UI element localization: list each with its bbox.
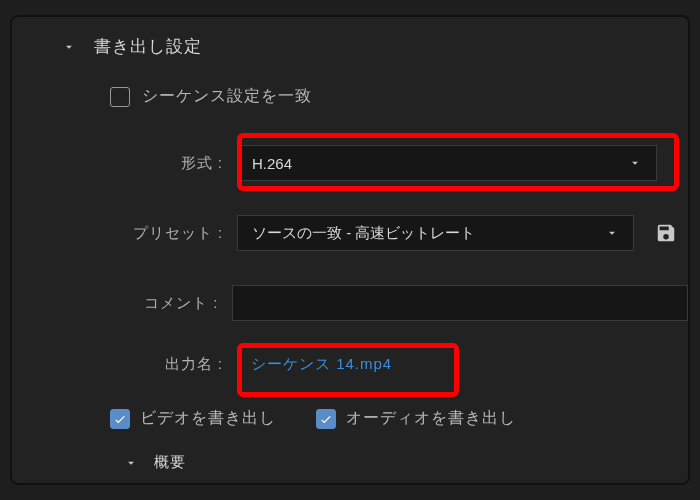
match-sequence-row: シーケンス設定を一致 bbox=[12, 86, 688, 107]
chevron-down-icon bbox=[124, 456, 138, 470]
preset-value: ソースの一致 - 高速ビットレート bbox=[252, 224, 475, 243]
format-dropdown[interactable]: H.264 bbox=[237, 145, 657, 181]
comment-row: コメント : bbox=[12, 285, 688, 321]
summary-header[interactable]: 概要 bbox=[12, 453, 688, 472]
export-audio-checkbox[interactable] bbox=[316, 409, 336, 429]
preset-label: プリセット : bbox=[12, 224, 237, 243]
comment-label: コメント : bbox=[12, 294, 232, 313]
format-label: 形式 : bbox=[12, 154, 237, 173]
preset-row: プリセット : ソースの一致 - 高速ビットレート bbox=[12, 215, 688, 251]
output-name-row: 出力名 : シーケンス 14.mp4 bbox=[12, 355, 688, 374]
export-video-checkbox[interactable] bbox=[110, 409, 130, 429]
export-toggles-row: ビデオを書き出し オーディオを書き出し bbox=[12, 408, 688, 429]
preset-dropdown[interactable]: ソースの一致 - 高速ビットレート bbox=[237, 215, 634, 251]
save-preset-button[interactable] bbox=[652, 219, 680, 247]
export-audio-item: オーディオを書き出し bbox=[316, 408, 516, 429]
output-name-link[interactable]: シーケンス 14.mp4 bbox=[251, 355, 392, 374]
section-title: 書き出し設定 bbox=[94, 35, 202, 58]
chevron-down-icon bbox=[605, 226, 619, 240]
format-row: 形式 : H.264 bbox=[12, 145, 688, 181]
chevron-down-icon bbox=[628, 156, 642, 170]
chevron-down-icon bbox=[62, 40, 76, 54]
export-video-label: ビデオを書き出し bbox=[140, 408, 276, 429]
format-value: H.264 bbox=[252, 155, 292, 172]
output-name-label: 出力名 : bbox=[12, 355, 237, 374]
match-sequence-label: シーケンス設定を一致 bbox=[142, 86, 312, 107]
export-audio-label: オーディオを書き出し bbox=[346, 408, 516, 429]
export-settings-header[interactable]: 書き出し設定 bbox=[12, 35, 688, 58]
summary-title: 概要 bbox=[154, 453, 186, 472]
comment-input[interactable] bbox=[232, 285, 688, 321]
match-sequence-checkbox[interactable] bbox=[110, 87, 130, 107]
export-video-item: ビデオを書き出し bbox=[110, 408, 276, 429]
